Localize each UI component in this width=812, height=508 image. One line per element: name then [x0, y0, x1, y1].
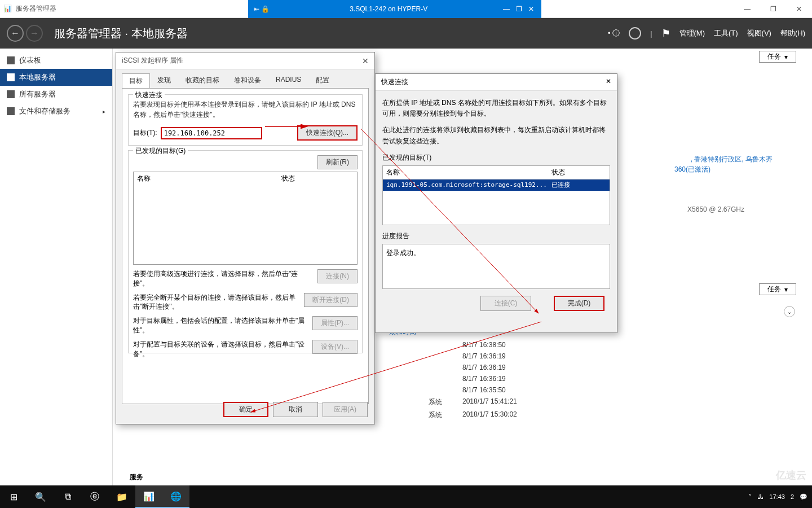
tab-radius[interactable]: RADIUS	[268, 73, 308, 88]
close-button[interactable]: ✕	[786, 0, 812, 18]
connect-button[interactable]: 连接(N)	[317, 269, 358, 283]
devices-button[interactable]: 设备(V)...	[312, 340, 358, 354]
group-label: 快速连接	[133, 90, 165, 100]
timezone-link[interactable]: , 香港特别行政区, 乌鲁木齐	[691, 155, 773, 164]
clock[interactable]: 17:43	[769, 493, 785, 500]
chevron-down-icon: ▾	[784, 286, 788, 294]
discovered-targets-group: 已发现的目标(G) 刷新(R) 名称状态 若要使用高级选项进行连接，请选择目标，…	[128, 150, 363, 353]
ok-button[interactable]: 确定	[223, 402, 268, 417]
quick-connect-group: 快速连接 若要发现目标并使用基本连接登录到目标，请键入该目标的 IP 地址或 D…	[128, 94, 363, 146]
date: 2	[791, 493, 794, 500]
col-status: 状态	[551, 167, 607, 178]
help-text: 若要使用高级选项进行连接，请选择目标，然后单击"连接"。	[133, 269, 313, 288]
app-icon: 📊	[3, 5, 12, 14]
explorer-icon[interactable]: 📁	[108, 485, 135, 508]
hyperv-title: 3.SQL1-242 on HYPER-V	[275, 5, 502, 13]
flag-icon[interactable]: ⚑	[661, 27, 670, 40]
sidebar-label: 仪表板	[19, 55, 41, 65]
sidebar-item-all-servers[interactable]: 所有服务器	[0, 86, 112, 103]
tabstrip: 目标 发现 收藏的目标 卷和设备 RADIUS 配置	[116, 69, 374, 88]
sidebar-item-file-storage[interactable]: 文件和存储服务▸	[0, 103, 112, 120]
disconnect-button[interactable]: 断开连接(D)	[304, 293, 358, 307]
maximize-button[interactable]: ❐	[760, 0, 786, 18]
tray-chevron-icon[interactable]: ˄	[748, 493, 752, 501]
cancel-button[interactable]: 取消	[273, 402, 318, 417]
close-icon[interactable]: ✕	[606, 77, 611, 87]
chevron-right-icon: ▸	[103, 108, 105, 115]
app-title: 服务器管理器	[16, 4, 56, 14]
back-button[interactable]: ←	[7, 25, 24, 42]
start-button[interactable]: ⊞	[0, 485, 27, 508]
services-heading: 服务	[130, 472, 143, 482]
sidebar-label: 文件和存储服务	[19, 106, 70, 116]
pin-icon[interactable]: ⇤ 🔒	[254, 5, 270, 13]
tab-volumes[interactable]: 卷和设备	[227, 73, 268, 88]
target-input[interactable]	[161, 127, 262, 139]
cpu-info: X5650 @ 2.67GHz	[687, 205, 744, 213]
tab-favorites[interactable]: 收藏的目标	[178, 73, 227, 88]
separator: |	[650, 29, 652, 38]
dialog-titlebar: iSCSI 发起程序 属性 ✕	[116, 52, 374, 69]
ie-icon[interactable]: ⓔ	[81, 485, 108, 508]
sidebar-label: 所有服务器	[19, 89, 56, 99]
minimize-button[interactable]: —	[734, 0, 760, 18]
tab-targets[interactable]: 目标	[122, 73, 150, 89]
system-tray[interactable]: ˄ 🖧 17:43 2 💬	[748, 493, 812, 501]
refresh-dropdown[interactable]: • ⓘ	[608, 28, 620, 38]
app-icon[interactable]: 🌐	[162, 485, 189, 508]
help-text: 对于配置与目标关联的设备，请选择该目标，然后单击"设备"。	[133, 340, 308, 359]
discovered-label: 已发现的目标(T)	[382, 152, 610, 163]
help-text: 若要发现目标并使用基本连接登录到目标，请键入该目标的 IP 地址或 DNS 名称…	[133, 99, 358, 120]
report-label: 进度报告	[382, 231, 610, 242]
notifications-button[interactable]: 💬	[800, 493, 807, 501]
quick-connect-button[interactable]: 快速连接(Q)...	[297, 125, 358, 141]
col-name: 名称	[137, 174, 281, 183]
tasks-dropdown-2[interactable]: 任务▾	[759, 283, 796, 295]
done-button[interactable]: 完成(D)	[554, 296, 604, 311]
help-text: 对于目标属性，包括会话的配置，请选择该目标并单击"属性"。	[133, 316, 308, 335]
dialog-title: 快速连接	[381, 77, 408, 87]
connect-button[interactable]: 连接(C)	[480, 296, 531, 311]
dialog-titlebar: 快速连接 ✕	[376, 74, 617, 91]
target-label: 目标(T):	[133, 128, 157, 138]
server-manager-icon[interactable]: 📊	[135, 485, 162, 508]
sidebar: 仪表板 本地服务器 所有服务器 文件和存储服务▸	[0, 49, 113, 485]
server-manager-header: ← → 服务器管理器 · 本地服务器 • ⓘ | ⚑ 管理(M) 工具(T) 视…	[0, 18, 812, 49]
list-item[interactable]: iqn.1991-05.com.microsoft:storage-sql192…	[383, 179, 610, 191]
sidebar-item-dashboard[interactable]: 仪表板	[0, 52, 112, 69]
hv-close-button[interactable]: ✕	[527, 5, 536, 13]
refresh-icon[interactable]	[629, 27, 641, 40]
help-text: 在所提供 IP 地址或 DNS 名称处的可用连接目标如下所列。如果有多个目标可用…	[382, 98, 610, 119]
tab-config[interactable]: 配置	[308, 73, 337, 88]
refresh-button[interactable]: 刷新(R)	[317, 155, 358, 169]
activation-link[interactable]: 360(已激活)	[674, 165, 710, 174]
col-status: 状态	[281, 174, 354, 183]
group-label: 已发现的目标(G)	[133, 146, 188, 156]
menu-manage[interactable]: 管理(M)	[679, 28, 705, 38]
chevron-down-icon: ▾	[784, 53, 788, 61]
tasks-dropdown[interactable]: 任务▾	[759, 51, 796, 63]
apply-button[interactable]: 应用(A)	[323, 402, 368, 417]
hyperv-connection-bar: ⇤ 🔒 3.SQL1-242 on HYPER-V — ❐ ✕	[248, 0, 541, 18]
menu-view[interactable]: 视图(V)	[747, 28, 771, 38]
targets-list[interactable]: 名称状态	[133, 172, 358, 265]
search-button[interactable]: 🔍	[27, 485, 54, 508]
watermark: 亿速云	[776, 468, 806, 482]
properties-button[interactable]: 属性(P)...	[312, 316, 358, 330]
hv-minimize-button[interactable]: —	[502, 5, 511, 13]
forward-button[interactable]: →	[26, 25, 43, 42]
menu-tools[interactable]: 工具(T)	[714, 28, 738, 38]
task-view-button[interactable]: ⧉	[54, 485, 81, 508]
col-name: 名称	[386, 167, 551, 178]
menu-help[interactable]: 帮助(H)	[780, 28, 805, 38]
qc-targets-list[interactable]: 名称状态 iqn.1991-05.com.microsoft:storage-s…	[382, 165, 610, 225]
taskbar: ⊞ 🔍 ⧉ ⓔ 📁 📊 🌐 ˄ 🖧 17:43 2 💬	[0, 485, 812, 508]
tab-discovery[interactable]: 发现	[150, 73, 178, 88]
expand-button[interactable]: ⌄	[784, 306, 795, 317]
hv-restore-button[interactable]: ❐	[514, 5, 523, 13]
iscsi-initiator-dialog: iSCSI 发起程序 属性 ✕ 目标 发现 收藏的目标 卷和设备 RADIUS …	[116, 52, 375, 424]
close-icon[interactable]: ✕	[362, 56, 369, 65]
tray-network-icon[interactable]: 🖧	[757, 493, 764, 500]
help-text: 在此处进行的连接将添加到收藏目标列表中，每次重新启动该计算机时都将尝试恢复这些连…	[382, 125, 610, 146]
sidebar-item-local-server[interactable]: 本地服务器	[0, 69, 112, 86]
